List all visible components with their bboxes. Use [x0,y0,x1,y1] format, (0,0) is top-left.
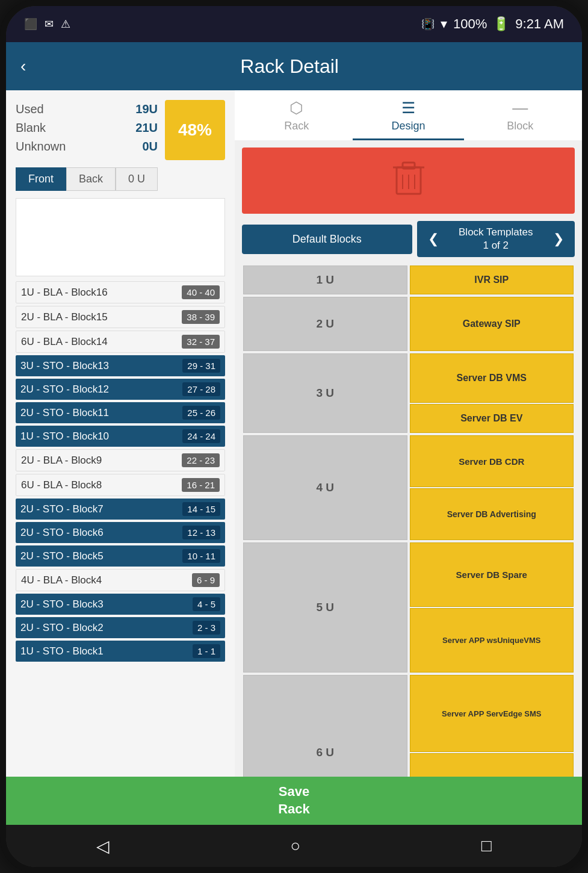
time: 9:21 AM [515,16,564,32]
rack-block-range: 40 - 40 [182,285,220,299]
rack-block-range: 10 - 11 [182,549,220,563]
rack-block-label: 4U - BLA - Block4 [21,574,102,586]
stat-blank-label: Blank [16,121,46,135]
rack-block-label: 2U - BLA - Block9 [21,455,102,467]
rack-visual: 1U - BLA - Block16 40 - 40 2U - BLA - Bl… [16,281,225,767]
rack-block-item[interactable]: 3U - STO - Block13 29 - 31 [16,355,225,376]
rack-block-item[interactable]: 2U - STO - Block3 4 - 5 [16,594,225,615]
rack-block-range: 25 - 26 [182,406,220,420]
rack-block-item[interactable]: 4U - BLA - Block4 6 - 9 [16,569,225,591]
notification-icon-2: ✉ [45,17,54,31]
template-server-db-vms[interactable]: Server DB VMS [410,353,574,403]
delete-zone[interactable] [242,148,575,214]
block-templates-nav: ❮ Block Templates 1 of 2 ❯ [417,221,575,257]
front-toggle[interactable]: Front [16,167,66,191]
rack-block-range: 29 - 31 [182,359,220,373]
block-templates-title: Block Templates [459,226,533,239]
tabs-bar: ⬡ Rack ☰ Design — Block [235,90,582,140]
percent-box: 48% [165,100,225,160]
stat-blank: Blank 21U [16,119,158,137]
template-server-db-advertising[interactable]: Server DB Advertising [410,488,574,540]
percent-value: 48% [178,120,212,140]
rack-block-item[interactable]: 2U - STO - Block12 27 - 28 [16,379,225,400]
next-template-button[interactable]: ❯ [548,229,569,249]
back-toggle[interactable]: Back [66,167,116,191]
rack-block-item[interactable]: 2U - STO - Block5 10 - 11 [16,545,225,567]
rack-block-range: 4 - 5 [193,597,220,611]
right-panel: ⬡ Rack ☰ Design — Block [235,90,582,777]
rack-block-range: 32 - 37 [182,335,220,349]
rack-block-label: 1U - STO - Block10 [20,430,109,443]
tab-rack[interactable]: ⬡ Rack [241,90,353,140]
size-block-2u: 2 U [243,297,407,351]
block-selector: Default Blocks ❮ Block Templates 1 of 2 … [242,221,575,257]
rack-block-range: 16 - 21 [182,478,220,492]
nav-recent-button[interactable]: □ [481,836,492,856]
block-templates-label: Block Templates 1 of 2 [459,226,533,252]
tab-design[interactable]: ☰ Design [353,90,465,140]
template-gateway-sip[interactable]: Gateway SIP [410,297,574,351]
rack-block-range: 2 - 3 [193,621,220,635]
battery-icon: 🔋 [493,16,509,32]
template-server-db-ev[interactable]: Server DB EV [410,404,574,433]
stat-used-label: Used [16,102,44,116]
template-group-6u: Server APP ServEdge SMS Server APP ServO… [410,675,574,777]
rack-block-label: 1U - BLA - Block16 [21,287,108,299]
template-server-app-servedge-sms[interactable]: Server APP ServEdge SMS [410,675,574,752]
template-server-db-spare[interactable]: Server DB Spare [410,542,574,607]
template-server-app-wsuniquevms[interactable]: Server APP wsUniqueVMS [410,608,574,673]
default-blocks-button[interactable]: Default Blocks [242,225,412,254]
rack-block-range: 6 - 9 [192,573,220,587]
stat-unknown-label: Unknown [16,140,66,154]
rack-block-item[interactable]: 1U - STO - Block10 24 - 24 [16,426,225,447]
template-server-db-cdr[interactable]: Server DB CDR [410,435,574,487]
size-block-4u: 4 U [243,435,407,540]
rack-icon: ⬡ [289,99,303,117]
rack-block-item[interactable]: 2U - STO - Block6 12 - 13 [16,522,225,543]
rack-block-item[interactable]: 2U - STO - Block11 25 - 26 [16,402,225,423]
save-button[interactable]: Save Rack [278,783,310,818]
vibrate-icon: 📳 [421,17,435,31]
nav-back-button[interactable]: ◁ [96,836,110,856]
rack-block-label: 2U - BLA - Block15 [21,311,108,323]
tab-block-label: Block [507,120,533,132]
rack-block-item[interactable]: 1U - BLA - Block16 40 - 40 [16,281,225,303]
rack-block-item[interactable]: 2U - STO - Block7 14 - 15 [16,499,225,520]
rack-block-item[interactable]: 2U - STO - Block2 2 - 3 [16,617,225,638]
rack-block-label: 2U - STO - Block12 [20,384,109,396]
trash-icon [391,158,427,203]
rack-block-item[interactable]: 1U - STO - Block1 1 - 1 [16,641,225,662]
template-group-4u: Server DB CDR Server DB Advertising [410,435,574,540]
back-button[interactable]: ‹ [20,57,26,76]
rack-block-label: 2U - STO - Block2 [20,622,104,634]
design-icon: ☰ [401,99,415,117]
template-server-app-servoffers[interactable]: Server APP ServOffers [410,753,574,777]
units-toggle[interactable]: 0 U [116,167,158,191]
view-toggle: Front Back 0 U [16,167,225,191]
rack-block-item[interactable]: 6U - BLA - Block14 32 - 37 [16,331,225,353]
wifi-icon: ▾ [441,16,447,32]
rack-block-item[interactable]: 6U - BLA - Block8 16 - 21 [16,474,225,496]
save-bar[interactable]: Save Rack [6,777,582,825]
prev-template-button[interactable]: ❮ [423,229,444,249]
status-left: ⬛ ✉ ⚠ [24,17,70,31]
status-right: 📳 ▾ 100% 🔋 9:21 AM [421,16,564,32]
size-block-6u: 6 U [243,675,407,777]
template-group-5u: Server DB Spare Server APP wsUniqueVMS [410,542,574,673]
size-block-1u: 1 U [243,266,407,294]
tab-design-label: Design [391,120,425,132]
block-templates-page: 1 of 2 [459,239,533,252]
stat-blank-value: 21U [135,121,158,135]
rack-block-label: 2U - STO - Block5 [20,550,104,562]
tab-block[interactable]: — Block [464,90,576,140]
nav-bar: ◁ ○ □ [6,825,582,867]
nav-home-button[interactable]: ○ [291,836,301,856]
left-panel: Used 19U Blank 21U Unknown 0U 48% [6,90,235,777]
app-header: ‹ Rack Detail [6,42,582,90]
rack-block-item[interactable]: 2U - BLA - Block15 38 - 39 [16,306,225,328]
template-ivr-sip[interactable]: IVR SIP [410,266,574,294]
battery-text: 100% [453,16,487,32]
status-bar: ⬛ ✉ ⚠ 📳 ▾ 100% 🔋 9:21 AM [6,6,582,42]
tab-rack-label: Rack [284,120,309,132]
rack-block-item[interactable]: 2U - BLA - Block9 22 - 23 [16,449,225,471]
